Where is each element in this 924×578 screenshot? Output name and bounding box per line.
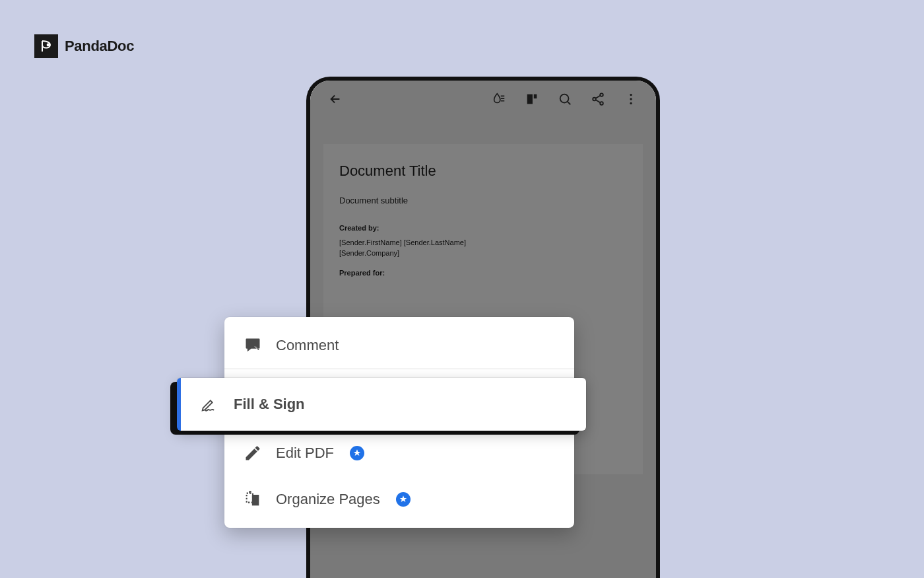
menu-item-edit-pdf[interactable]: Edit PDF bbox=[224, 430, 574, 476]
menu-label: Organize Pages bbox=[276, 491, 380, 508]
organize-pages-icon bbox=[243, 489, 263, 509]
pandadoc-icon bbox=[34, 34, 58, 58]
premium-badge-icon bbox=[350, 446, 364, 460]
menu-label: Fill & Sign bbox=[234, 396, 305, 413]
menu-label: Edit PDF bbox=[276, 445, 334, 462]
premium-badge-icon bbox=[396, 492, 411, 507]
brand-logo: PandaDoc bbox=[34, 34, 134, 58]
signature-icon bbox=[199, 394, 219, 414]
brand-name: PandaDoc bbox=[65, 38, 134, 55]
menu-item-fill-and-sign[interactable]: Fill & Sign bbox=[177, 378, 586, 431]
comment-icon bbox=[243, 336, 263, 355]
svg-point-0 bbox=[48, 44, 50, 46]
menu-item-comment[interactable]: Comment bbox=[224, 322, 574, 369]
menu-label: Comment bbox=[276, 337, 339, 354]
pencil-icon bbox=[243, 443, 263, 463]
menu-item-organize-pages[interactable]: Organize Pages bbox=[224, 476, 574, 523]
